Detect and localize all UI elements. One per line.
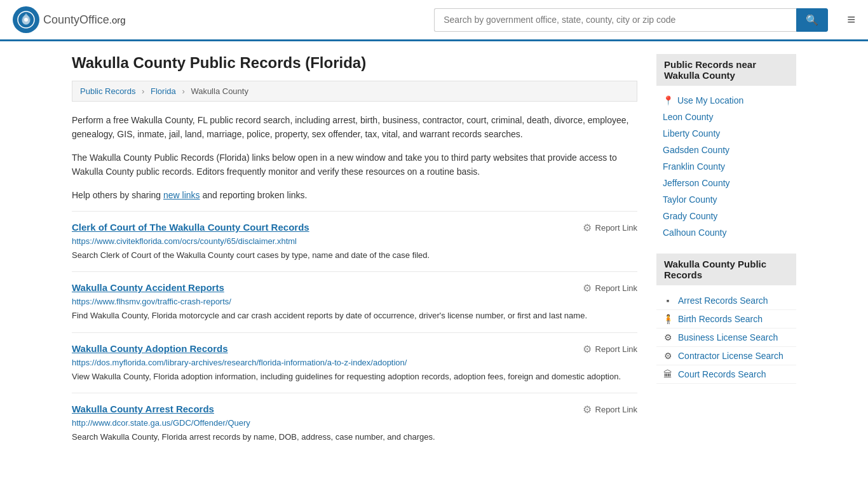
page-title: Wakulla County Public Records (Florida) xyxy=(72,54,637,72)
search-bar: 🔍 xyxy=(434,8,828,32)
records-section: Wakulla County Public Records ▪ Arrest R… xyxy=(656,254,796,384)
records-section-title: Wakulla County Public Records xyxy=(656,254,796,285)
record-header-3: Wakulla County Arrest Records ⚙ Report L… xyxy=(72,403,637,416)
record-title-2[interactable]: Wakulla County Adoption Records xyxy=(72,343,228,354)
record-entry-2: Wakulla County Adoption Records ⚙ Report… xyxy=(72,332,637,393)
search-icon: 🔍 xyxy=(806,15,818,25)
sidebar-record-4[interactable]: 🏛 Court Records Search xyxy=(656,365,796,384)
site-logo[interactable]: CountyOffice.org xyxy=(13,6,126,33)
report-link-icon-3: ⚙ xyxy=(583,403,592,416)
use-my-location-link[interactable]: Use My Location xyxy=(677,95,743,105)
record-title-3[interactable]: Wakulla County Arrest Records xyxy=(72,403,214,414)
record-header-1: Wakulla County Accident Reports ⚙ Report… xyxy=(72,282,637,294)
site-header: CountyOffice.org 🔍 ≡ xyxy=(0,0,868,41)
sidebar-county-1[interactable]: Liberty County xyxy=(656,125,796,142)
record-url-3[interactable]: http://www.dcor.state.ga.us/GDC/Offender… xyxy=(72,418,637,428)
sidebar-county-0[interactable]: Leon County xyxy=(656,109,796,125)
sidebar-record-0[interactable]: ▪ Arrest Records Search xyxy=(656,292,796,310)
record-desc-2: View Wakulla County, Florida adoption in… xyxy=(72,370,637,383)
record-url-2[interactable]: https://dos.myflorida.com/library-archiv… xyxy=(72,358,637,367)
breadcrumb: Public Records › Florida › Wakulla Count… xyxy=(72,81,637,102)
record-title-1[interactable]: Wakulla County Accident Reports xyxy=(72,282,224,293)
sidebar-record-3[interactable]: ⚙ Contractor License Search xyxy=(656,347,796,365)
description-3: Help others by sharing new links and rep… xyxy=(72,188,637,202)
description-2: The Wakulla County Public Records (Flori… xyxy=(72,151,637,179)
search-button[interactable]: 🔍 xyxy=(796,8,828,32)
logo-text: CountyOffice.org xyxy=(43,13,126,27)
report-link-3[interactable]: ⚙ Report Link xyxy=(583,403,637,416)
contractor-icon: ⚙ xyxy=(663,351,673,361)
arrest-icon: ▪ xyxy=(663,295,673,306)
court-icon: 🏛 xyxy=(663,369,673,379)
sidebar-county-4[interactable]: Jefferson County xyxy=(656,175,796,191)
record-url-1[interactable]: https://www.flhsmv.gov/traffic-crash-rep… xyxy=(72,297,637,306)
main-content: Wakulla County Public Records (Florida) … xyxy=(72,54,637,454)
sidebar-record-2[interactable]: ⚙ Business License Search xyxy=(656,329,796,347)
sidebar-county-2[interactable]: Gadsden County xyxy=(656,142,796,158)
record-desc-1: Find Wakulla County, Florida motorcycle … xyxy=(72,309,637,322)
svg-point-2 xyxy=(24,18,28,22)
breadcrumb-florida[interactable]: Florida xyxy=(151,86,176,96)
business-icon: ⚙ xyxy=(663,332,673,342)
new-links-link[interactable]: new links xyxy=(163,190,200,200)
report-link-icon-1: ⚙ xyxy=(583,282,592,294)
sidebar-county-6[interactable]: Grady County xyxy=(656,208,796,224)
sidebar: Public Records near Wakulla County 📍 Use… xyxy=(656,54,796,454)
record-entry-1: Wakulla County Accident Reports ⚙ Report… xyxy=(72,271,637,332)
breadcrumb-sep-1: › xyxy=(142,86,144,96)
hamburger-icon: ≡ xyxy=(847,11,855,27)
record-entry-3: Wakulla County Arrest Records ⚙ Report L… xyxy=(72,393,637,454)
breadcrumb-public-records[interactable]: Public Records xyxy=(80,86,135,96)
search-input[interactable] xyxy=(434,8,796,32)
record-entry-0: Clerk of Court of The Wakulla County Cou… xyxy=(72,211,637,272)
sidebar-county-5[interactable]: Taylor County xyxy=(656,191,796,208)
report-link-icon-0: ⚙ xyxy=(583,222,592,234)
use-my-location-item[interactable]: 📍 Use My Location xyxy=(656,92,796,109)
sidebar-county-7[interactable]: Calhoun County xyxy=(656,224,796,241)
record-url-0[interactable]: https://www.civitekflorida.com/ocrs/coun… xyxy=(72,236,637,246)
main-container: Wakulla County Public Records (Florida) … xyxy=(59,41,809,466)
record-header-0: Clerk of Court of The Wakulla County Cou… xyxy=(72,222,637,234)
record-header-2: Wakulla County Adoption Records ⚙ Report… xyxy=(72,343,637,355)
record-desc-3: Search Wakulla County, Florida arrest re… xyxy=(72,431,637,444)
report-link-1[interactable]: ⚙ Report Link xyxy=(583,282,637,294)
report-link-2[interactable]: ⚙ Report Link xyxy=(583,343,637,355)
pin-icon: 📍 xyxy=(663,95,674,105)
report-link-icon-2: ⚙ xyxy=(583,343,592,355)
record-desc-0: Search Clerk of Court of the Wakulla Cou… xyxy=(72,249,637,262)
nearby-section: Public Records near Wakulla County 📍 Use… xyxy=(656,54,796,241)
record-title-0[interactable]: Clerk of Court of The Wakulla County Cou… xyxy=(72,222,309,233)
logo-icon xyxy=(13,6,39,33)
breadcrumb-sep-2: › xyxy=(182,86,184,96)
report-link-0[interactable]: ⚙ Report Link xyxy=(583,222,637,234)
breadcrumb-current: Wakulla County xyxy=(191,86,248,96)
nearby-section-title: Public Records near Wakulla County xyxy=(656,54,796,86)
hamburger-menu-button[interactable]: ≡ xyxy=(847,11,855,28)
description-1: Perform a free Wakulla County, FL public… xyxy=(72,113,637,142)
birth-icon: 🧍 xyxy=(663,314,673,324)
sidebar-record-1[interactable]: 🧍 Birth Records Search xyxy=(656,310,796,329)
sidebar-county-3[interactable]: Franklin County xyxy=(656,158,796,175)
